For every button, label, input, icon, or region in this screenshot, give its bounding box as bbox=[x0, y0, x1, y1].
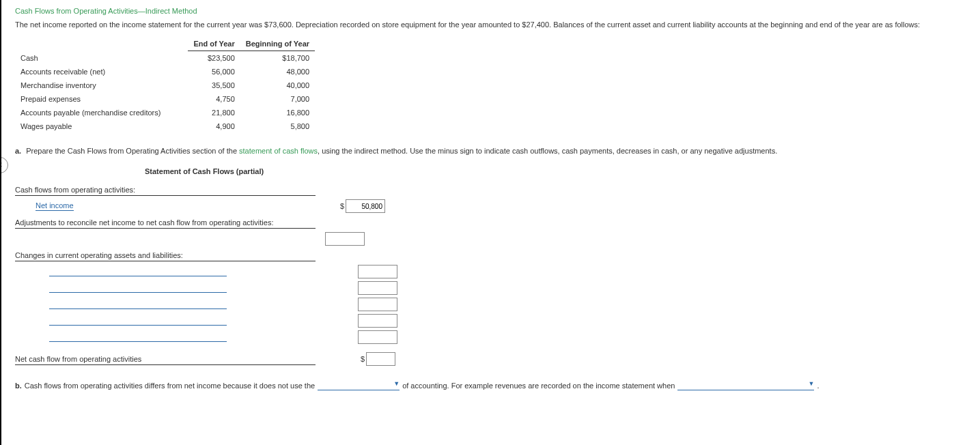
net-cash-input[interactable] bbox=[366, 352, 395, 366]
table-header-blank bbox=[15, 37, 188, 51]
changes-header: Changes in current operating assets and … bbox=[15, 250, 316, 261]
change-item-dropdown[interactable] bbox=[49, 283, 227, 293]
net-income-dropdown[interactable]: Net income bbox=[36, 201, 74, 211]
dollar-sign: $ bbox=[336, 202, 344, 210]
change-item-dropdown[interactable] bbox=[49, 267, 227, 276]
dollar-sign: $ bbox=[356, 355, 365, 363]
change-item-dropdown[interactable] bbox=[49, 332, 227, 342]
prev-page-button[interactable]: < bbox=[0, 157, 8, 173]
change-item-dropdown[interactable] bbox=[49, 300, 227, 309]
change-item-input[interactable] bbox=[358, 314, 397, 328]
balances-table: End of Year Beginning of Year Cash$23,50… bbox=[15, 37, 315, 133]
ops-header: Cash flows from operating activities: bbox=[15, 184, 316, 196]
caret-down-icon: ▼ bbox=[809, 380, 815, 387]
change-item-input[interactable] bbox=[358, 330, 397, 344]
table-header-end: End of Year bbox=[188, 37, 240, 51]
page-title: Cash Flows from Operating Activities—Ind… bbox=[15, 7, 971, 15]
table-row: Cash$23,500$18,700 bbox=[15, 51, 315, 66]
question-a: a. Prepare the Cash Flows from Operating… bbox=[15, 147, 971, 155]
adjustment-input[interactable] bbox=[325, 232, 365, 246]
change-item-input[interactable] bbox=[358, 298, 397, 311]
question-b: b. Cash flows from operating activities … bbox=[15, 380, 971, 390]
change-item-input[interactable] bbox=[358, 265, 397, 278]
statement-block: Cash flows from operating activities: Ne… bbox=[15, 182, 397, 367]
intro-text: The net income reported on the income st… bbox=[15, 20, 971, 29]
revenue-timing-dropdown[interactable]: ▼ bbox=[677, 380, 814, 390]
net-income-input[interactable] bbox=[346, 199, 385, 213]
table-row: Accounts payable (merchandise creditors)… bbox=[15, 106, 315, 119]
change-item-input[interactable] bbox=[358, 281, 397, 295]
statement-title: Statement of Cash Flows (partial) bbox=[145, 167, 971, 175]
table-row: Merchandise inventory35,50040,000 bbox=[15, 78, 315, 92]
table-row: Prepaid expenses4,7507,000 bbox=[15, 92, 315, 106]
caret-down-icon: ▼ bbox=[393, 380, 400, 387]
accounting-basis-dropdown[interactable]: ▼ bbox=[318, 380, 400, 390]
table-header-beg: Beginning of Year bbox=[240, 37, 315, 51]
cash-flows-link[interactable]: statement of cash flows bbox=[239, 147, 318, 155]
net-cash-label: Net cash flow from operating activities bbox=[15, 354, 316, 365]
table-row: Accounts receivable (net)56,00048,000 bbox=[15, 65, 315, 78]
table-row: Wages payable4,9005,800 bbox=[15, 119, 315, 133]
adjustments-header: Adjustments to reconcile net income to n… bbox=[15, 217, 316, 229]
change-item-dropdown[interactable] bbox=[49, 316, 227, 326]
